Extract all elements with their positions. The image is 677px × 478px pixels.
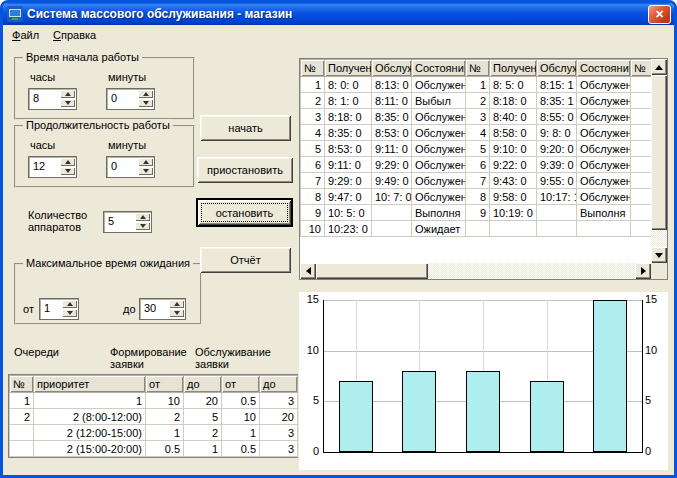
spinner-up-button[interactable] xyxy=(135,213,150,221)
spinner-up-button[interactable] xyxy=(169,300,184,308)
grid-cell: Ожидает xyxy=(412,221,466,237)
column-header: приоритет xyxy=(34,376,146,393)
titlebar[interactable]: Система массового обслуживания - магазин… xyxy=(3,3,674,25)
column-header: до xyxy=(184,376,222,393)
close-button[interactable]: ✕ xyxy=(648,5,671,24)
table-row: 89:47: 010: 7: 0Обслужен89:58: 010:17: 1… xyxy=(301,189,652,205)
stop-button[interactable]: остановить xyxy=(196,198,293,227)
spinner-down-icon xyxy=(143,101,149,105)
spinner-down-button[interactable] xyxy=(62,309,77,317)
table-row: 48:35: 08:53: 0Обслужен48:58: 09: 8: 0Об… xyxy=(301,125,652,141)
grid-cell: 8:35: 0 xyxy=(325,125,372,141)
spinner-down-button[interactable] xyxy=(138,99,153,107)
scroll-up-icon xyxy=(655,65,663,70)
axis-tick-label: 10 xyxy=(299,344,319,356)
start-minutes-spinner[interactable]: 0 xyxy=(106,88,155,110)
grid-cell: 8:35: 0 xyxy=(372,109,412,125)
header-row: №ПолученОбслужСостояни№ПолученОбслужСост… xyxy=(301,60,652,77)
grid-cell: 10:19: 0 xyxy=(490,205,537,221)
hours-label: часы xyxy=(30,71,55,83)
spinner-down-icon xyxy=(140,224,146,228)
column-header: Состояни xyxy=(412,60,466,77)
menu-help[interactable]: Справка xyxy=(46,27,103,43)
table-row: 2 (15:00-20:00)0.510.53 xyxy=(10,441,298,457)
start-hours-spinner[interactable]: 8 xyxy=(28,88,77,110)
scroll-right-button[interactable] xyxy=(635,263,651,279)
queues-title: Очереди xyxy=(14,346,59,358)
spinner-up-button[interactable] xyxy=(60,90,75,98)
close-icon: ✕ xyxy=(655,8,664,21)
app-window: Система массового обслуживания - магазин… xyxy=(0,0,677,478)
spinner-up-button[interactable] xyxy=(60,158,75,166)
chart-plot-area xyxy=(323,300,643,453)
menu-file[interactable]: Файл xyxy=(5,27,46,43)
report-button[interactable]: Отчёт xyxy=(200,247,291,273)
grid-cell: 9:29: 0 xyxy=(372,157,412,173)
table-row: 2 (12:00-15:00)1213 xyxy=(10,425,298,441)
spinner-down-button[interactable] xyxy=(138,167,153,175)
grid-cell: 1 xyxy=(34,393,146,409)
spinner-up-icon xyxy=(67,302,73,306)
chart-bar xyxy=(402,371,436,452)
duration-minutes-spinner[interactable]: 0 xyxy=(106,156,155,178)
duration-hours-spinner[interactable]: 12 xyxy=(28,156,77,178)
grid-cell: 7 xyxy=(301,173,325,189)
queues-grid[interactable]: №приоритетотдоотдо 1110200.5322 (8:00-12… xyxy=(8,374,298,458)
scroll-left-button[interactable] xyxy=(300,263,316,279)
scroll-down-button[interactable] xyxy=(651,247,667,263)
grid-cell: 2 xyxy=(146,409,184,425)
devices-spinner[interactable]: 5 xyxy=(103,211,152,233)
grid-cell xyxy=(631,77,652,93)
spinner-up-button[interactable] xyxy=(62,300,77,308)
spinner-up-button[interactable] xyxy=(138,158,153,166)
column-header: Обслуж xyxy=(537,60,577,77)
vertical-scrollbar[interactable] xyxy=(651,59,667,263)
service-grid-view[interactable]: №ПолученОбслужСостояни№ПолученОбслужСост… xyxy=(300,59,651,263)
spinner-down-button[interactable] xyxy=(169,309,184,317)
grid-cell: 2 xyxy=(10,409,34,425)
start-time-group: Время начала работы часы минуты 8 0 xyxy=(14,57,195,120)
grid-cell: Обслужен xyxy=(412,125,466,141)
grid-cell: 8: 1: 0 xyxy=(325,93,372,109)
horizontal-scrollbar-thumb[interactable] xyxy=(316,263,428,279)
grid-cell: 1 xyxy=(10,393,34,409)
grid-cell: 0.5 xyxy=(222,393,260,409)
column-header: Получен xyxy=(490,60,537,77)
grid-cell xyxy=(631,189,652,205)
grid-cell: Выполня xyxy=(577,205,631,221)
header-row: №приоритетотдоотдо xyxy=(10,376,298,393)
table-row: 1010:23: 0Ожидает xyxy=(301,221,652,237)
grid-cell: 1 xyxy=(466,77,490,93)
table-row: 22 (8:00-12:00)251020 xyxy=(10,409,298,425)
axis-tick-label: 15 xyxy=(299,293,319,305)
grid-cell xyxy=(10,441,34,457)
wait-from-spinner[interactable]: 1 xyxy=(39,298,79,320)
pause-button[interactable]: приостановить xyxy=(197,157,293,183)
table-row: 910: 5: 0Выполня910:19: 0Выполня xyxy=(301,205,652,221)
grid-cell: 10: 7: 0 xyxy=(372,189,412,205)
vertical-scrollbar-thumb[interactable] xyxy=(651,75,667,230)
scroll-up-button[interactable] xyxy=(651,59,667,75)
grid-cell: 3 xyxy=(260,393,298,409)
column-header: Получен xyxy=(325,60,372,77)
spinner-up-button[interactable] xyxy=(138,90,153,98)
grid-cell: Обслужен xyxy=(412,157,466,173)
spinner-down-button[interactable] xyxy=(135,222,150,230)
grid-cell: 8:11: 0 xyxy=(372,93,412,109)
spinner-value: 1 xyxy=(44,302,50,314)
wait-to-spinner[interactable]: 30 xyxy=(139,298,186,320)
spinner-down-button[interactable] xyxy=(60,167,75,175)
spinner-value: 0 xyxy=(111,92,117,104)
grid-cell: Обслужен xyxy=(412,173,466,189)
grid-cell: 10 xyxy=(301,221,325,237)
spinner-up-icon xyxy=(140,215,146,219)
grid-cell: Обслужен xyxy=(577,109,631,125)
start-button[interactable]: начать xyxy=(200,115,291,141)
grid-cell: 9:11: 0 xyxy=(325,157,372,173)
horizontal-scrollbar[interactable] xyxy=(300,263,651,279)
grid-cell: Обслужен xyxy=(577,77,631,93)
service-label: Обслуживание заявки xyxy=(195,346,290,370)
grid-cell: 8:18: 0 xyxy=(490,93,537,109)
spinner-down-button[interactable] xyxy=(60,99,75,107)
grid-cell: 2 (12:00-15:00) xyxy=(34,425,146,441)
